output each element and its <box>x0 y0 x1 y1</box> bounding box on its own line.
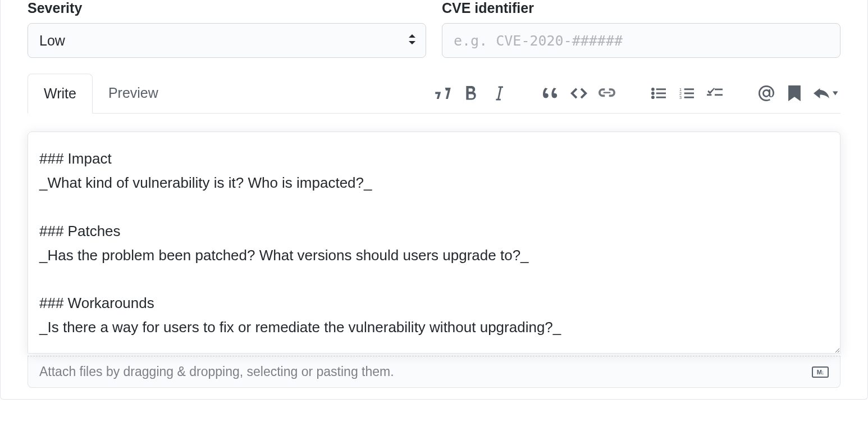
list-ordered-icon: 123 <box>679 87 694 99</box>
svg-point-4 <box>651 96 655 99</box>
severity-group: Severity Low <box>28 0 426 58</box>
quote-icon <box>543 87 559 99</box>
svg-rect-11 <box>684 97 694 98</box>
chevron-down-icon <box>833 91 838 96</box>
cve-group: CVE identifier <box>442 0 840 58</box>
form-row: Severity Low CVE identifier <box>28 0 840 58</box>
svg-text:3: 3 <box>679 95 682 99</box>
description-textarea[interactable] <box>28 132 840 354</box>
editor-tabs: Write Preview <box>28 74 174 114</box>
cve-input[interactable] <box>442 23 840 58</box>
quote-button[interactable] <box>542 84 560 102</box>
link-button[interactable] <box>598 84 616 102</box>
heading-button[interactable] <box>434 84 452 102</box>
list-unordered-icon <box>651 87 666 99</box>
reply-icon <box>814 87 830 99</box>
tasklist-icon <box>707 87 723 99</box>
svg-rect-1 <box>656 88 666 90</box>
markdown-icon[interactable]: M↓ <box>812 366 829 378</box>
svg-rect-13 <box>707 94 711 96</box>
reply-button[interactable] <box>814 84 838 102</box>
advisory-form: Severity Low CVE identifier Write Previe… <box>0 0 868 400</box>
unordered-list-button[interactable] <box>650 84 668 102</box>
svg-point-2 <box>651 92 655 95</box>
attach-hint: Attach files by dragging & dropping, sel… <box>39 364 394 379</box>
bold-icon <box>465 86 477 101</box>
tab-preview[interactable]: Preview <box>93 74 174 114</box>
attach-bar[interactable]: Attach files by dragging & dropping, sel… <box>28 356 840 388</box>
italic-button[interactable] <box>490 84 508 102</box>
svg-rect-14 <box>715 94 723 96</box>
severity-select-wrapper: Low <box>28 23 426 58</box>
mention-button[interactable] <box>757 84 775 102</box>
code-button[interactable] <box>570 84 588 102</box>
mention-icon <box>759 85 774 101</box>
editor-body: Attach files by dragging & dropping, sel… <box>28 114 840 388</box>
code-icon <box>570 87 587 99</box>
svg-rect-9 <box>684 93 694 94</box>
text-size-icon <box>435 86 451 101</box>
editor-toolbar: 123 <box>434 84 840 102</box>
italic-icon <box>495 86 503 101</box>
svg-rect-12 <box>715 89 723 90</box>
severity-select[interactable]: Low <box>28 23 426 58</box>
cve-label: CVE identifier <box>442 0 840 16</box>
saved-reply-button[interactable] <box>785 84 803 102</box>
link-icon <box>599 87 615 99</box>
svg-point-0 <box>651 88 655 91</box>
svg-rect-7 <box>684 88 694 90</box>
svg-rect-3 <box>656 93 666 94</box>
editor-tabs-bar: Write Preview <box>28 74 840 114</box>
task-list-button[interactable] <box>706 84 724 102</box>
tab-write[interactable]: Write <box>28 74 93 114</box>
editor-container: Write Preview <box>28 74 840 388</box>
svg-rect-5 <box>656 97 666 98</box>
severity-label: Severity <box>28 0 426 16</box>
bookmark-icon <box>788 85 801 101</box>
bold-button[interactable] <box>462 84 480 102</box>
ordered-list-button[interactable]: 123 <box>678 84 696 102</box>
